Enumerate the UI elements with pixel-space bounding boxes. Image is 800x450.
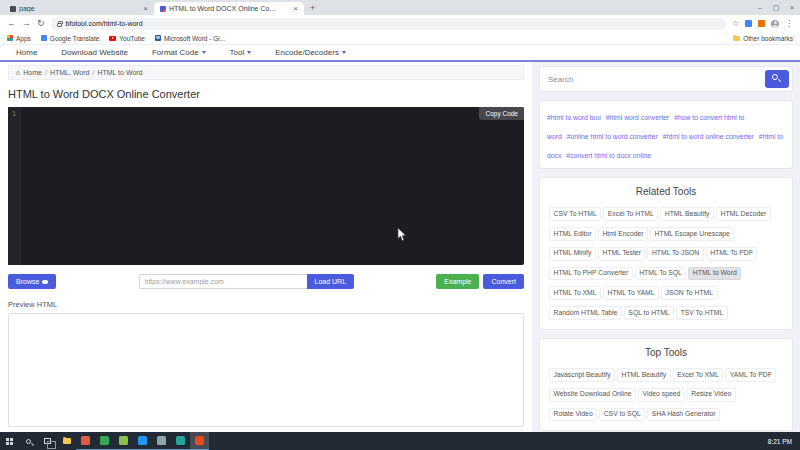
home-icon: ⌂ [16, 69, 20, 76]
youtube-icon [109, 36, 116, 41]
nav-item-download-website[interactable]: Download Website [61, 48, 128, 57]
tool-chip-html-to-sql[interactable]: HTML To SQL [635, 267, 687, 281]
tool-chip-html-to-php-converter[interactable]: HTML To PHP Converter [549, 267, 633, 281]
nav-item-format-code[interactable]: Format Code [152, 48, 206, 57]
tool-chip-html-to-yaml[interactable]: HTML To YAML [603, 286, 659, 300]
lock-icon[interactable] [57, 23, 62, 27]
search-button[interactable] [765, 70, 789, 88]
tool-chip-video-speed[interactable]: Video speed [638, 388, 685, 402]
taskbar-search[interactable] [19, 432, 38, 450]
browser-tab-html-to-word[interactable]: HTML to Word DOCX Online Co...× [154, 2, 304, 15]
tool-chip-resize-video[interactable]: Resize Video [687, 388, 736, 402]
tab-close-icon[interactable]: × [293, 5, 298, 13]
taskbar-clock[interactable]: 8:21 PM [768, 438, 800, 445]
breadcrumb-separator: / [92, 69, 94, 76]
tool-chip-website-download-online[interactable]: Website Download Online [549, 388, 636, 402]
convert-button[interactable]: Convert [483, 274, 524, 289]
new-tab-button[interactable]: + [310, 3, 315, 13]
tool-chip-html-beautify[interactable]: HTML Beautify [660, 207, 714, 221]
browse-button[interactable]: Browse [8, 274, 56, 289]
tool-chip-html-to-pdf[interactable]: HTML To PDF [706, 247, 758, 261]
taskbar-pinned-app-6[interactable] [171, 432, 190, 450]
tool-chip-html-minify[interactable]: HTML Minify [549, 247, 596, 261]
back-icon[interactable]: ← [7, 19, 16, 28]
tool-chip-csv-to-html[interactable]: CSV To HTML [549, 207, 601, 221]
profile-avatar[interactable] [771, 20, 779, 28]
tool-chip-tsv-to-html[interactable]: TSV To HTML [676, 306, 728, 320]
load-url-button[interactable]: Load URL [307, 274, 355, 289]
tool-chip-json-to-html[interactable]: JSON To HTML [661, 286, 717, 300]
tool-chip-html-escape-unescape[interactable]: HTML Escape Unescape [650, 227, 734, 241]
bookmark-youtube[interactable]: YouTube [109, 35, 145, 42]
taskbar-pinned-app-1[interactable] [76, 432, 95, 450]
hashtag-link[interactable]: #online html to word converter [567, 133, 658, 140]
nav-item-home[interactable]: Home [16, 48, 37, 57]
code-editor[interactable]: 1 Copy Code [8, 107, 524, 265]
breadcrumb-item-html-word[interactable]: HTML, Word [50, 69, 90, 76]
apps-shortcut[interactable]: Apps [7, 35, 31, 42]
browser-tab-page[interactable]: page× [4, 2, 154, 15]
tool-chip-yaml-to-pdf[interactable]: YAML To PDF [725, 368, 776, 382]
file-explorer-button[interactable] [57, 432, 76, 450]
bookmark-star-icon[interactable]: ☆ [732, 19, 739, 28]
url-input[interactable] [139, 274, 307, 289]
example-button[interactable]: Example [436, 274, 479, 289]
tool-chip-javascript-beautify[interactable]: Javascript Beautify [549, 368, 615, 382]
tool-chip-html-to-json[interactable]: HTML To JSON [647, 247, 703, 261]
address-bar[interactable]: bfotool.com/html-to-word [51, 18, 726, 30]
search-input[interactable] [543, 71, 765, 87]
tool-chip-excel-to-html[interactable]: Excel To HTML [603, 207, 658, 221]
tool-chip-sha-hash-generator[interactable]: SHA Hash Generator [647, 408, 720, 422]
tool-chip-html-tester[interactable]: HTML Tester [598, 247, 646, 261]
preview-label: Preview HTML [8, 300, 524, 309]
extension-icon[interactable] [758, 20, 765, 27]
bookmarks-bar: Apps Google TranslateYouTubeMicrosoft Wo… [0, 32, 800, 45]
hashtag-link[interactable]: #html word converter [606, 114, 669, 121]
minimize-button[interactable]: – [752, 0, 768, 15]
other-bookmarks[interactable]: Other bookmarks [733, 35, 793, 42]
tool-chip-list: Javascript BeautifyHTML BeautifyExcel To… [548, 364, 784, 423]
tool-chip-html-editor[interactable]: HTML Editor [549, 227, 596, 241]
bookmark-microsoft-word-gi[interactable]: Microsoft Word - Gi... [155, 35, 225, 42]
page-body: ⌂ Home/HTML, Word/HTML to Word HTML to W… [0, 62, 800, 450]
apps-label: Apps [16, 35, 31, 42]
maximize-button[interactable]: ▢ [768, 0, 784, 15]
breadcrumb-item-home[interactable]: Home [23, 69, 42, 76]
hashtag-link[interactable]: #html to word tool [547, 114, 601, 121]
bookmark-google-translate[interactable]: Google Translate [41, 35, 100, 42]
tab-close-icon[interactable]: × [143, 5, 148, 13]
site-nav: HomeDownload WebsiteFormat CodeToolEncod… [0, 45, 800, 62]
taskbar-pinned-app-3[interactable] [114, 432, 133, 450]
tool-chip-rotate-video[interactable]: Rotate Video [549, 408, 597, 422]
hashtag-link[interactable]: #html to word online converter [663, 133, 754, 140]
taskbar-pinned-app-4[interactable] [133, 432, 152, 450]
tool-chip-html-beautify[interactable]: HTML Beautify [617, 368, 671, 382]
taskbar-pinned-app-5[interactable] [152, 432, 171, 450]
hashtag-link[interactable]: #convert html to docx online [566, 152, 651, 159]
close-button[interactable]: × [784, 0, 800, 15]
copy-code-button[interactable]: Copy Code [479, 107, 524, 120]
tool-chip-random-html-table[interactable]: Random HTML Table [549, 306, 622, 320]
tool-chip-excel-to-xml[interactable]: Excel To XML [673, 368, 723, 382]
taskbar-pinned-app-7[interactable] [190, 432, 209, 450]
tool-chip-csv-to-sql[interactable]: CSV to SQL [599, 408, 645, 422]
apps-grid-icon [7, 35, 13, 41]
taskbar-pinned-app-2[interactable] [95, 432, 114, 450]
tool-chip-sql-to-html[interactable]: SQL to HTML [624, 306, 674, 320]
forward-icon[interactable]: → [22, 19, 31, 28]
translate-extension-icon[interactable] [745, 20, 752, 27]
tool-chip-html-encoder[interactable]: Html Encoder [598, 227, 648, 241]
bookmark-label: YouTube [119, 35, 145, 42]
nav-item-tool[interactable]: Tool [230, 48, 252, 57]
start-button[interactable] [0, 432, 19, 450]
tool-chip-html-to-word[interactable]: HTML to Word [688, 267, 741, 281]
word-icon [155, 35, 161, 41]
tool-chip-html-decoder[interactable]: HTML Decoder [716, 207, 771, 221]
other-bookmarks-label: Other bookmarks [743, 35, 793, 42]
card-related-tools: Related ToolsCSV To HTMLExcel To HTMLHTM… [539, 177, 793, 330]
tool-chip-html-to-xml[interactable]: HTML To XML [549, 286, 601, 300]
refresh-icon[interactable]: ↻ [37, 19, 45, 28]
task-view-button[interactable] [38, 432, 57, 450]
nav-item-encode-decoders[interactable]: Encode/Decoders [275, 48, 346, 57]
chrome-menu-icon[interactable]: ⋮ [785, 19, 793, 28]
